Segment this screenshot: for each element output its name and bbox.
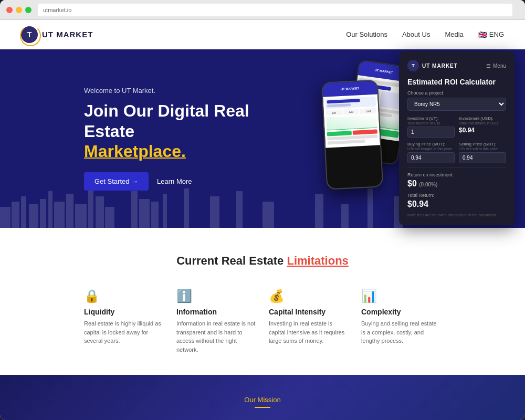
roi-selling-sublabel: UTs will sell at this price <box>459 147 506 151</box>
roi-investment-usd-sublabel: Total investment in USD <box>459 121 506 125</box>
hero-phones: UT MARKET <box>315 57 410 204</box>
roi-widget-header: T UT MARKET ☰ Menu <box>407 60 506 71</box>
hero-title-highlight: Marketplace. <box>84 142 186 161</box>
svg-rect-12 <box>131 191 138 228</box>
url-text: utmarket.io <box>43 7 71 13</box>
svg-rect-8 <box>75 204 87 228</box>
nav-our-solutions[interactable]: Our Solutions <box>346 30 387 38</box>
roi-investment-usd-value: $0.94 <box>459 127 506 134</box>
maximize-dot[interactable] <box>25 7 32 13</box>
get-started-button[interactable]: Get Started → <box>84 172 149 191</box>
roi-price-row: Buying Price ($/UT): UTs are bought at t… <box>407 142 506 163</box>
roi-menu-label: Menu <box>493 63 506 69</box>
roi-title: Estimated ROI Calculator <box>407 78 506 86</box>
browser-frame: utmarket.io UT MARKET Our Solutions Abou… <box>0 0 525 420</box>
roi-investment-usd-field: Investment (USD): Total investment in US… <box>459 116 506 138</box>
roi-investment-row: Investment (UT): Total number of UTs Inv… <box>407 116 506 138</box>
nav-language[interactable]: 🇬🇧 ENG <box>478 30 504 39</box>
limitation-liquidity-title: Liquidity <box>84 308 164 316</box>
roi-logo-text: UT MARKET <box>422 63 458 69</box>
roi-buying-price-field: Buying Price ($/UT): UTs are bought at t… <box>407 142 455 163</box>
limitation-liquidity-desc: Real estate is highly illiquid as capita… <box>84 319 164 345</box>
svg-rect-1 <box>12 202 19 228</box>
svg-rect-19 <box>262 202 274 228</box>
limitations-title-prefix: Current Real Estate <box>176 254 284 267</box>
roi-project-select[interactable]: Borey NR5Project AProject B <box>407 98 506 111</box>
roi-investment-ut-field: Investment (UT): Total number of UTs <box>407 116 455 138</box>
hero-title-line1: Join Our Digital Real Estate <box>84 101 249 140</box>
svg-rect-3 <box>29 204 38 228</box>
hero-title: Join Our Digital Real Estate Marketplace… <box>84 101 284 161</box>
roi-total-label: Total Return: <box>407 193 506 198</box>
roi-logo: T UT MARKET <box>407 60 458 71</box>
mission-underline <box>255 407 270 408</box>
svg-rect-5 <box>48 191 52 228</box>
limitation-information-title: Information <box>176 308 256 316</box>
svg-rect-0 <box>0 207 10 228</box>
roi-investment-ut-input[interactable] <box>407 127 455 138</box>
browser-dots <box>6 7 32 13</box>
svg-rect-10 <box>96 196 104 228</box>
capital-icon: 💰 <box>269 289 349 303</box>
roi-selling-price-field: Selling Price ($/UT): UTs will sell at t… <box>459 142 506 163</box>
svg-rect-13 <box>139 199 150 228</box>
limitations-title: Current Real Estate Limitations <box>21 254 504 268</box>
roi-divider <box>407 167 506 168</box>
limitations-title-highlight: Limitations <box>287 254 348 267</box>
limitations-grid: 🔒 Liquidity Real estate is highly illiqu… <box>84 289 441 354</box>
roi-buying-input[interactable] <box>407 152 455 163</box>
svg-rect-4 <box>40 199 46 228</box>
language-label: ENG <box>489 30 504 38</box>
roi-buying-sublabel: UTs are bought at this price <box>407 147 455 151</box>
limitation-complexity: 📊 Complexity Buying and selling real est… <box>361 289 441 354</box>
roi-choose-project-label: Choose a project: <box>407 90 506 96</box>
roi-investment-usd-label: Investment (USD): <box>459 116 506 121</box>
hero-buttons: Get Started → Learn More <box>84 172 284 191</box>
site-wrapper: UT MARKET Our Solutions About Us Media 🇬… <box>0 20 525 420</box>
logo-text: UT MARKET <box>42 30 93 39</box>
roi-buying-label: Buying Price ($/UT): <box>407 142 455 146</box>
limitation-information-desc: Information in real estate is not transp… <box>176 319 256 354</box>
limitation-capital-title: Capital Intensity <box>269 308 349 316</box>
limitation-complexity-desc: Buying and selling real estate is a comp… <box>361 319 441 345</box>
svg-rect-17 <box>210 196 219 228</box>
roi-return-label: Return on investment: <box>407 172 506 177</box>
navbar: UT MARKET Our Solutions About Us Media 🇬… <box>0 20 525 49</box>
close-dot[interactable] <box>6 7 13 13</box>
complexity-icon: 📊 <box>361 289 441 303</box>
learn-more-button[interactable]: Learn More <box>157 177 192 185</box>
svg-rect-7 <box>66 194 74 228</box>
nav-media[interactable]: Media <box>445 30 463 38</box>
roi-return-value-row: $0 (0.00%) <box>407 179 506 188</box>
roi-note: Note: fees are not taken into account in… <box>407 213 506 217</box>
roi-logo-icon: T <box>407 60 419 71</box>
limitations-section: Current Real Estate Limitations 🔒 Liquid… <box>0 228 525 375</box>
minimize-dot[interactable] <box>16 7 22 13</box>
roi-investment-ut-label: Investment (UT): <box>407 116 455 121</box>
svg-rect-11 <box>105 207 114 228</box>
roi-total-value: $0.94 <box>407 200 506 209</box>
nav-links: Our Solutions About Us Media 🇬🇧 ENG <box>346 30 504 39</box>
svg-rect-6 <box>54 202 65 228</box>
limitation-capital-desc: Investing in real estate is capital inte… <box>269 319 349 345</box>
roi-return-pct: (0.00%) <box>419 182 437 187</box>
mission-section: Our Mission We create a more liquid, tra… <box>0 375 525 420</box>
hero-content: Welcome to UT Market. Join Our Digital R… <box>84 87 284 190</box>
roi-menu-button[interactable]: ☰ Menu <box>486 63 506 69</box>
url-bar[interactable]: utmarket.io <box>38 4 512 16</box>
logo-icon <box>21 26 38 43</box>
nav-about-us[interactable]: About Us <box>402 30 430 38</box>
limitation-information: ℹ️ Information Information in real estat… <box>176 289 256 354</box>
phone-front: UT MARKET Bid Ask Last <box>321 79 384 190</box>
svg-rect-14 <box>151 202 159 228</box>
svg-rect-21 <box>341 204 349 228</box>
hamburger-icon: ☰ <box>486 63 491 69</box>
roi-selling-input[interactable] <box>459 152 506 163</box>
svg-rect-15 <box>163 194 167 228</box>
hero-welcome: Welcome to UT Market. <box>84 87 284 94</box>
roi-calculator-widget: T UT MARKET ☰ Menu Estimated ROI Calcula… <box>399 51 514 225</box>
roi-return-value: $0 <box>407 179 417 188</box>
limitation-complexity-title: Complexity <box>361 308 441 316</box>
svg-rect-18 <box>236 191 243 228</box>
svg-rect-16 <box>184 188 189 228</box>
